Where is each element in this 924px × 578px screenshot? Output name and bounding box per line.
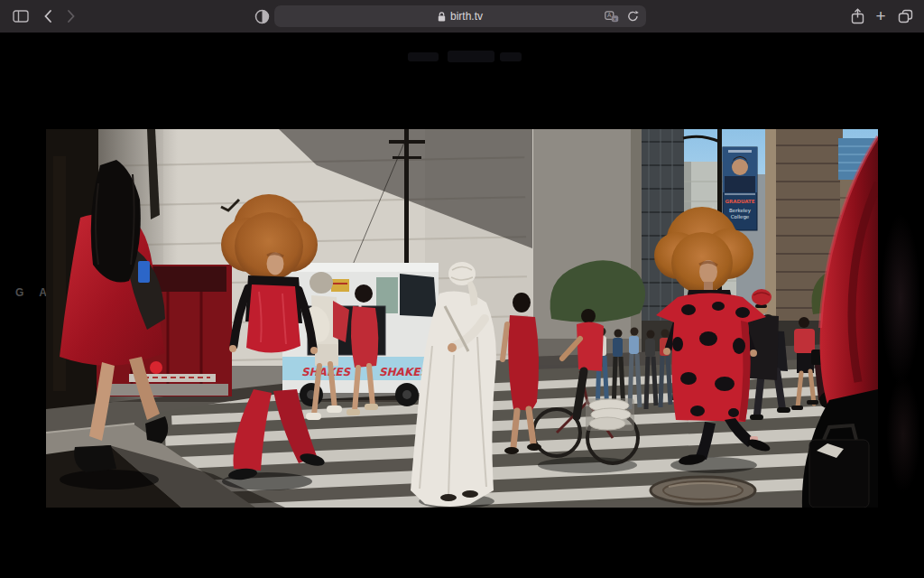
next-slide-shadow [881, 213, 920, 385]
chevron-left-icon [43, 9, 52, 23]
address-bar[interactable]: birth.tv A x [274, 5, 646, 27]
faint-logo-mark [408, 47, 525, 67]
next-slide-shadow-lower [886, 376, 920, 493]
gallery-photo[interactable]: GRADUATE Berkeley College [46, 129, 878, 508]
sidebar-toggle-button[interactable] [9, 0, 32, 33]
browser-toolbar: birth.tv A x + [0, 0, 924, 33]
manhole-cover [651, 477, 755, 504]
billboard-text-berkeley: Berkeley [729, 208, 752, 214]
share-icon [851, 8, 864, 24]
red-turban [752, 289, 772, 305]
reload-icon[interactable] [627, 10, 639, 23]
sidebar-icon [13, 10, 29, 23]
back-button[interactable] [38, 0, 58, 33]
billboard-text-college: College [731, 214, 750, 220]
page-canvas: G A [0, 33, 924, 578]
tab-overview-button[interactable] [893, 0, 917, 33]
street-scene: GRADUATE Berkeley College [46, 129, 878, 508]
contrast-icon [254, 9, 270, 24]
svg-text:A: A [607, 12, 612, 19]
new-tab-button[interactable]: + [870, 0, 892, 33]
url-text: birth.tv [438, 10, 483, 23]
truck-sign-left: SHAKES [301, 366, 351, 378]
page-appearance-button[interactable] [251, 0, 273, 33]
billboard-text-graduate: GRADUATE [725, 199, 754, 204]
url-label: birth.tv [450, 10, 483, 23]
tabs-icon [898, 9, 913, 23]
lock-icon [438, 12, 446, 22]
chevron-right-icon [67, 9, 76, 23]
share-button[interactable] [846, 0, 868, 33]
forward-button[interactable] [61, 0, 81, 33]
translate-icon[interactable]: A x [605, 11, 619, 23]
